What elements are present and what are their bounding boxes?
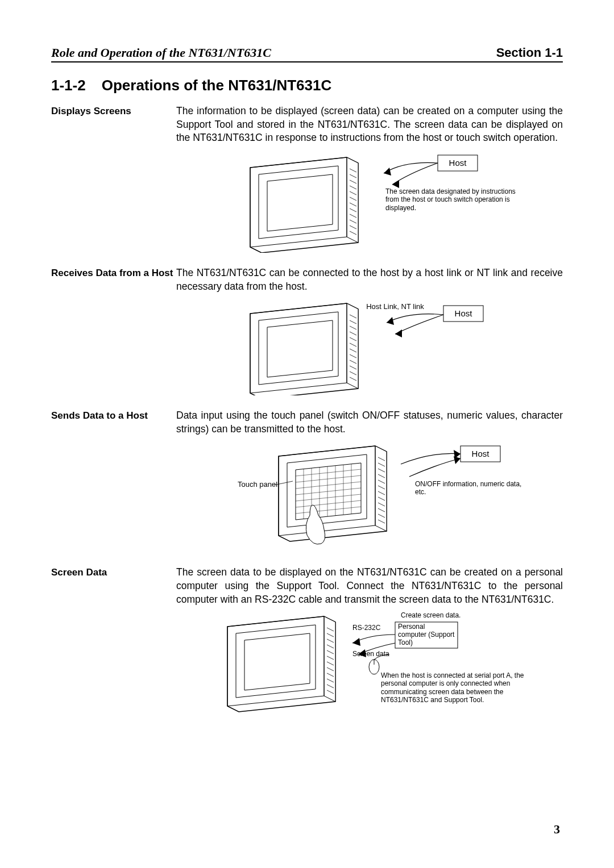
data-label: Screen data <box>352 650 389 658</box>
host-label: Host <box>472 449 490 458</box>
figure-displays-screens: Host The screen data designated by instr… <box>51 151 563 253</box>
svg-marker-16 <box>384 168 391 176</box>
svg-marker-17 <box>392 180 399 188</box>
terminal-icon <box>227 616 335 712</box>
entry-body: The information to be displayed (screen … <box>176 105 563 145</box>
terminal-icon <box>250 157 358 253</box>
terminal-icon <box>279 446 387 541</box>
figure-sends-data: Touch panel Host ON/OFF information, num… <box>51 441 563 552</box>
svg-marker-85 <box>352 638 360 646</box>
svg-marker-34 <box>387 317 394 325</box>
figure-note: ON/OFF information, numeric data, etc. <box>415 480 529 496</box>
entry-sends-data: Sends Data to a Host Data input using th… <box>51 409 563 436</box>
page-number: 3 <box>554 822 560 837</box>
touch-label: Touch panel <box>238 480 277 489</box>
terminal-icon <box>250 303 358 395</box>
entry-label: Displays Screens <box>51 105 176 117</box>
page-header: Role and Operation of the NT631/NT631C S… <box>51 45 563 62</box>
entry-displays-screens: Displays Screens The information to be d… <box>51 105 563 145</box>
entry-body: Data input using the touch panel (switch… <box>176 409 563 436</box>
section-title: 1-1-2Operations of the NT631/NT631C <box>51 77 563 94</box>
svg-marker-3 <box>267 174 333 231</box>
arrows-icon <box>401 450 460 477</box>
figure-receives-data: Host Link, NT link Host <box>51 299 563 395</box>
host-label: Host <box>455 308 473 318</box>
entry-label: Screen Data <box>51 566 176 578</box>
host-label: Host <box>449 158 467 168</box>
port-label: RS-232C <box>352 624 381 632</box>
entry-label: Receives Data from a Host <box>51 266 176 279</box>
figure-note: When the host is connected at serial por… <box>381 671 534 704</box>
entry-label: Sends Data to a Host <box>51 409 176 422</box>
section-number: 1-1-2 <box>51 77 86 94</box>
pc-label: Personal computer (Support Tool) <box>398 623 455 646</box>
entry-screen-data: Screen Data The screen data to be displa… <box>51 566 563 606</box>
svg-marker-21 <box>267 320 333 377</box>
figure-note: The screen data designated by instructio… <box>385 187 516 212</box>
figure-screen-data: Create screen data. RS-232C Personal com… <box>51 612 563 725</box>
create-label: Create screen data. <box>401 612 460 619</box>
arrows-icon <box>387 314 443 337</box>
entry-body: The NT631/NT631C can be connected to the… <box>176 266 563 293</box>
entry-receives-data: Receives Data from a Host The NT631/NT63… <box>51 266 563 293</box>
link-label: Host Link, NT link <box>366 302 424 311</box>
header-left: Role and Operation of the NT631/NT631C <box>51 45 271 60</box>
arrows-icon <box>384 162 438 188</box>
entry-body: The screen data to be displayed on the N… <box>176 566 563 606</box>
svg-marker-72 <box>244 633 310 690</box>
section-heading: Operations of the NT631/NT631C <box>102 77 332 94</box>
svg-marker-35 <box>395 329 402 337</box>
header-right: Section 1-1 <box>496 45 563 60</box>
svg-marker-68 <box>454 456 460 464</box>
